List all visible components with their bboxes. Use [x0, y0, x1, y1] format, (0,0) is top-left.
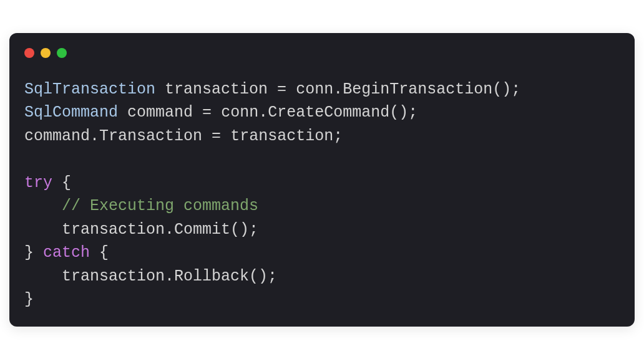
object-token: conn — [221, 103, 258, 122]
semi-token: ; — [333, 127, 343, 145]
dot-token: . — [90, 127, 99, 145]
code-line-6: // Executing commands — [24, 197, 258, 215]
close-brace-token: } — [24, 290, 34, 309]
brace-token: { — [99, 244, 109, 262]
dot-token: . — [258, 103, 268, 122]
operator-token: = — [277, 80, 286, 98]
keyword-token: try — [24, 174, 52, 192]
code-line-9: transaction.Rollback(); — [24, 267, 277, 285]
object-token: conn — [296, 80, 333, 98]
minimize-icon[interactable] — [41, 48, 51, 58]
method-token: Commit — [174, 221, 230, 239]
property-token: Transaction — [99, 127, 202, 145]
close-brace-token: } — [24, 244, 34, 262]
code-line-2: SqlCommand command = conn.CreateCommand(… — [24, 103, 417, 122]
code-line-5: try { — [24, 174, 71, 192]
dot-token: . — [165, 267, 174, 285]
parens-token: (); — [492, 80, 520, 98]
code-line-1: SqlTransaction transaction = conn.BeginT… — [24, 80, 520, 98]
parens-token: (); — [389, 103, 417, 122]
method-token: CreateCommand — [268, 103, 389, 122]
operator-token: = — [202, 103, 212, 122]
indent-token — [24, 267, 62, 285]
parens-token: (); — [230, 221, 258, 239]
code-window: SqlTransaction transaction = conn.BeginT… — [9, 33, 635, 327]
variable-token: transaction — [165, 80, 268, 98]
indent-token — [24, 221, 62, 239]
keyword-token: catch — [34, 244, 99, 262]
code-line-3: command.Transaction = transaction; — [24, 127, 343, 145]
code-line-10: } — [24, 290, 34, 309]
operator-token: = — [212, 127, 221, 145]
dot-token: . — [165, 221, 174, 239]
type-token: SqlCommand — [24, 103, 118, 122]
code-block: SqlTransaction transaction = conn.BeginT… — [24, 78, 620, 312]
comment-token: // Executing commands — [62, 197, 258, 215]
method-token: Rollback — [174, 267, 249, 285]
method-token: BeginTransaction — [343, 80, 492, 98]
maximize-icon[interactable] — [57, 48, 67, 58]
code-line-8: } catch { — [24, 244, 109, 262]
traffic-lights — [24, 48, 620, 58]
brace-token: { — [52, 174, 71, 192]
dot-token: . — [333, 80, 343, 98]
code-line-7: transaction.Commit(); — [24, 221, 258, 239]
value-token: transaction — [230, 127, 333, 145]
variable-token: command — [127, 103, 193, 122]
object-token: transaction — [62, 267, 165, 285]
type-token: SqlTransaction — [24, 80, 155, 98]
parens-token: (); — [249, 267, 277, 285]
close-icon[interactable] — [24, 48, 34, 58]
object-token: command — [24, 127, 90, 145]
object-token: transaction — [62, 221, 165, 239]
indent-token — [24, 197, 62, 215]
